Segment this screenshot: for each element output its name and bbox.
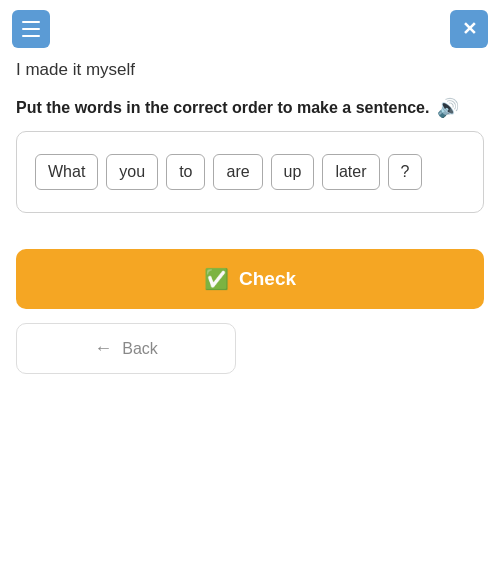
- menu-button[interactable]: [12, 10, 50, 48]
- content-area: Put the words in the correct order to ma…: [0, 96, 500, 374]
- word-tile-1[interactable]: What: [35, 154, 98, 190]
- check-button[interactable]: ✅ Check: [16, 249, 484, 309]
- back-label: Back: [122, 340, 158, 358]
- menu-line-3: [22, 35, 40, 37]
- word-tile-3[interactable]: to: [166, 154, 205, 190]
- top-bar: ✕: [0, 0, 500, 58]
- back-arrow-icon: ←: [94, 338, 112, 359]
- word-tile-7[interactable]: ?: [388, 154, 423, 190]
- instruction-label: Put the words in the correct order to ma…: [16, 97, 429, 119]
- word-tile-6[interactable]: later: [322, 154, 379, 190]
- word-tile-5[interactable]: up: [271, 154, 315, 190]
- close-button[interactable]: ✕: [450, 10, 488, 48]
- instruction-text: Put the words in the correct order to ma…: [16, 96, 484, 121]
- word-tile-4[interactable]: are: [213, 154, 262, 190]
- check-icon: ✅: [204, 267, 229, 291]
- subtitle: I made it myself: [0, 58, 500, 96]
- word-tile-2[interactable]: you: [106, 154, 158, 190]
- check-label: Check: [239, 268, 296, 290]
- back-button[interactable]: ← Back: [16, 323, 236, 374]
- menu-line-2: [22, 28, 40, 30]
- words-box: What you to are up later ?: [16, 131, 484, 213]
- audio-icon[interactable]: 🔊: [437, 96, 459, 121]
- menu-line-1: [22, 21, 40, 23]
